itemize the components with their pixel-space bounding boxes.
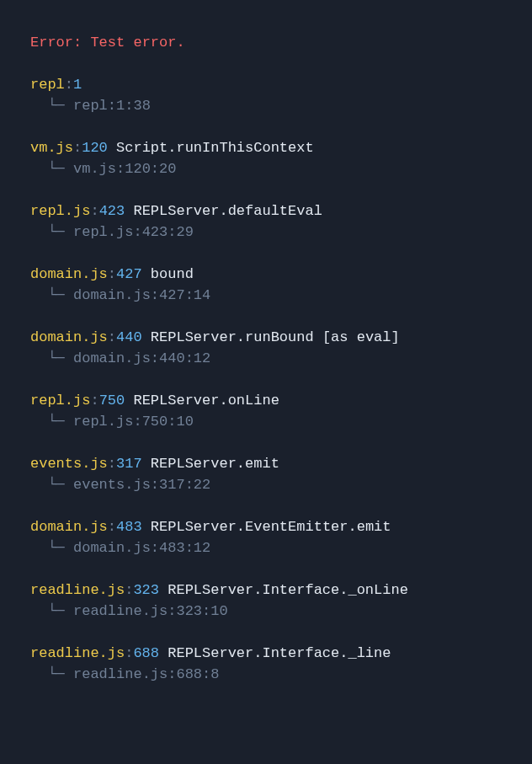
frame-file: repl xyxy=(30,77,65,93)
stack-trace: repl:1 └─ repl:1:38 vm.js:120 Script.run… xyxy=(30,74,502,686)
frame-file: readline.js xyxy=(30,645,125,661)
frame-file: domain.js xyxy=(30,329,108,345)
frame-line: 427 xyxy=(116,266,142,282)
frame-line: 423 xyxy=(99,203,125,219)
error-message: Test error. xyxy=(90,35,184,51)
tree-icon: └─ xyxy=(30,666,73,682)
frame-method: REPLServer.Interface._onLine xyxy=(168,582,408,598)
stack-frame: domain.js:483 REPLServer.EventEmitter.em… xyxy=(30,516,502,559)
frame-top-line: repl.js:750 REPLServer.onLine xyxy=(30,390,502,412)
frame-line: 323 xyxy=(133,582,159,598)
frame-method: REPLServer.onLine xyxy=(133,393,279,409)
tree-icon: └─ xyxy=(30,540,73,556)
tree-icon: └─ xyxy=(30,477,73,493)
tree-icon: └─ xyxy=(30,603,73,619)
stack-frame: domain.js:440 REPLServer.runBound [as ev… xyxy=(30,327,502,370)
error-line: Error: Test error. xyxy=(30,32,502,54)
tree-icon: └─ xyxy=(30,224,73,240)
frame-source-line: └─ readline.js:323:10 xyxy=(30,601,502,622)
stack-frame: readline.js:688 REPLServer.Interface._li… xyxy=(30,643,502,686)
frame-source-line: └─ repl:1:38 xyxy=(30,95,502,117)
frame-source-line: └─ readline.js:688:8 xyxy=(30,664,502,686)
stack-frame: repl:1 └─ repl:1:38 xyxy=(30,74,502,117)
frame-source-line: └─ repl.js:750:10 xyxy=(30,411,502,433)
frame-line: 1 xyxy=(73,77,82,93)
frame-source: domain.js:427:14 xyxy=(73,287,210,303)
frame-top-line: domain.js:427 bound xyxy=(30,264,502,286)
tree-icon: └─ xyxy=(30,98,73,114)
frame-method: REPLServer.EventEmitter.emit xyxy=(151,519,391,535)
frame-method: REPLServer.Interface._line xyxy=(168,645,391,661)
frame-source-line: └─ domain.js:483:12 xyxy=(30,537,502,559)
frame-source: readline.js:688:8 xyxy=(73,666,219,682)
frame-method: REPLServer.runBound [as eval] xyxy=(151,329,400,345)
tree-icon: └─ xyxy=(30,414,73,430)
frame-file: readline.js xyxy=(30,582,125,598)
frame-top-line: domain.js:440 REPLServer.runBound [as ev… xyxy=(30,327,502,349)
frame-file: repl.js xyxy=(30,203,90,219)
frame-source-line: └─ repl.js:423:29 xyxy=(30,222,502,243)
tree-icon: └─ xyxy=(30,161,73,177)
stack-frame: repl.js:423 REPLServer.defaultEval └─ re… xyxy=(30,200,502,243)
frame-method: bound xyxy=(151,266,194,282)
frame-source: readline.js:323:10 xyxy=(73,603,228,619)
frame-file: events.js xyxy=(30,456,108,472)
stack-frame: repl.js:750 REPLServer.onLine └─ repl.js… xyxy=(30,390,502,433)
frame-method: REPLServer.emit xyxy=(151,456,279,472)
frame-file: domain.js xyxy=(30,519,108,535)
stack-frame: vm.js:120 Script.runInThisContext └─ vm.… xyxy=(30,137,502,180)
frame-file: domain.js xyxy=(30,266,108,282)
tree-icon: └─ xyxy=(30,287,73,303)
frame-source: events.js:317:22 xyxy=(73,477,210,493)
frame-source-line: └─ events.js:317:22 xyxy=(30,474,502,496)
frame-top-line: events.js:317 REPLServer.emit xyxy=(30,453,502,475)
frame-line: 688 xyxy=(133,645,159,661)
frame-source: repl.js:750:10 xyxy=(73,414,194,430)
frame-source: domain.js:483:12 xyxy=(73,540,210,556)
frame-top-line: repl.js:423 REPLServer.defaultEval xyxy=(30,200,502,222)
tree-icon: └─ xyxy=(30,350,73,366)
frame-source-line: └─ domain.js:427:14 xyxy=(30,285,502,307)
error-prefix: Error: xyxy=(30,35,82,51)
frame-file: repl.js xyxy=(30,393,90,409)
frame-source: domain.js:440:12 xyxy=(73,350,210,366)
frame-line: 750 xyxy=(99,393,125,409)
frame-top-line: readline.js:688 REPLServer.Interface._li… xyxy=(30,643,502,665)
frame-method: REPLServer.defaultEval xyxy=(133,203,322,219)
frame-line: 440 xyxy=(116,329,142,345)
frame-source-line: └─ vm.js:120:20 xyxy=(30,158,502,180)
frame-source: vm.js:120:20 xyxy=(73,161,176,177)
frame-line: 317 xyxy=(116,456,142,472)
frame-file: vm.js xyxy=(30,140,73,156)
stack-frame: domain.js:427 bound └─ domain.js:427:14 xyxy=(30,264,502,307)
frame-line: 120 xyxy=(82,140,108,156)
frame-top-line: readline.js:323 REPLServer.Interface._on… xyxy=(30,580,502,601)
stack-frame: readline.js:323 REPLServer.Interface._on… xyxy=(30,580,502,622)
frame-source: repl:1:38 xyxy=(73,98,151,114)
frame-top-line: repl:1 xyxy=(30,74,502,96)
frame-top-line: domain.js:483 REPLServer.EventEmitter.em… xyxy=(30,516,502,538)
frame-method: Script.runInThisContext xyxy=(116,140,314,156)
frame-source-line: └─ domain.js:440:12 xyxy=(30,348,502,370)
frame-top-line: vm.js:120 Script.runInThisContext xyxy=(30,137,502,159)
frame-source: repl.js:423:29 xyxy=(73,224,194,240)
frame-line: 483 xyxy=(116,519,142,535)
stack-frame: events.js:317 REPLServer.emit └─ events.… xyxy=(30,453,502,496)
